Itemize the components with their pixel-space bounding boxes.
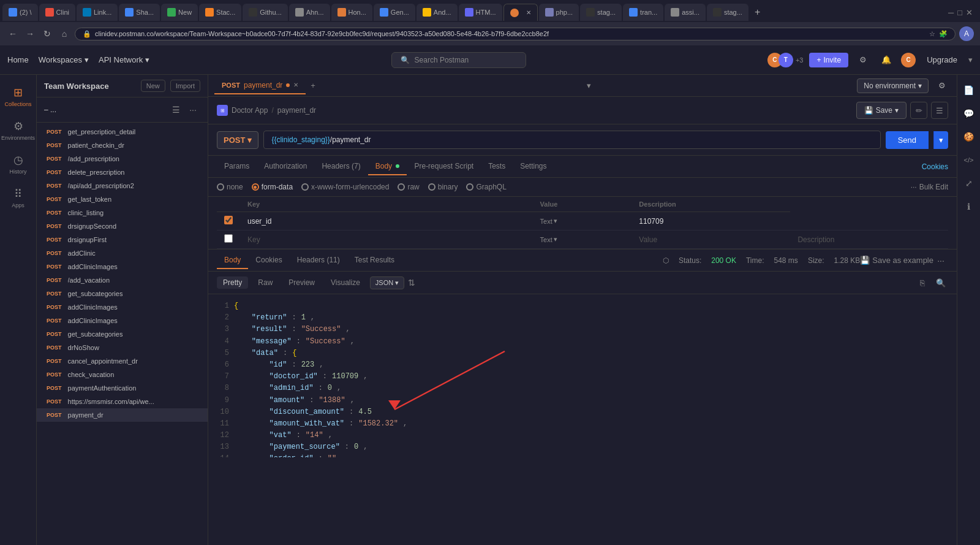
browser-tab-10[interactable]: Gen...	[374, 4, 415, 21]
row1-key-cell[interactable]: user_id	[240, 212, 533, 231]
extensions-icon[interactable]: 🧩	[939, 30, 948, 38]
browser-tab-14[interactable]: php...	[539, 4, 579, 21]
upgrade-chevron-icon[interactable]: ▾	[968, 55, 973, 64]
row1-value-cell[interactable]: 110709	[631, 212, 790, 231]
browser-tab-active[interactable]: ✕	[503, 4, 538, 21]
resp-tab-test-results[interactable]: Test Results	[347, 252, 402, 269]
edit-button[interactable]: ✏	[910, 102, 927, 119]
radio-form-data[interactable]: form-data	[252, 183, 293, 191]
filter-icon[interactable]: ⇅	[408, 278, 415, 288]
row1-checkbox-cell[interactable]	[217, 212, 240, 231]
save-button[interactable]: 💾 Save ▾	[856, 102, 907, 119]
browser-tab-1[interactable]: (2) \	[2, 4, 38, 21]
api-network-dropdown[interactable]: API Network ▾	[99, 55, 149, 64]
star-icon[interactable]: ☆	[929, 30, 935, 38]
list-item-clinic-images-1[interactable]: POST addClinicImages	[37, 260, 208, 273]
sidebar-item-history[interactable]: ◷ History	[3, 148, 34, 180]
method-selector[interactable]: POST ▾	[217, 131, 258, 149]
settings-button[interactable]: ⚙	[854, 51, 872, 69]
notifications-button[interactable]: 🔔	[878, 51, 895, 69]
fmt-tab-raw[interactable]: Raw	[252, 276, 279, 289]
row2-key-cell[interactable]: Key	[240, 231, 533, 249]
list-item-subcategories-2[interactable]: POST get_subcategories	[37, 327, 208, 341]
url-input[interactable]: {{clinido_staging}}/payment_dr	[263, 131, 880, 149]
maximize-btn[interactable]: □	[957, 8, 962, 17]
close-tab-icon[interactable]: ✕	[293, 82, 298, 88]
more-options-icon[interactable]: ···	[186, 102, 200, 117]
env-settings-icon[interactable]: ⚙	[933, 77, 951, 94]
back-button[interactable]: ←	[6, 27, 20, 40]
list-item-subcategories-1[interactable]: POST get_subcategories	[37, 287, 208, 300]
list-item-clinic-listing[interactable]: POST clinic_listing	[37, 206, 208, 219]
new-collection-button[interactable]: New	[141, 80, 165, 92]
list-item-add-clinic[interactable]: POST addClinic	[37, 246, 208, 260]
upgrade-button[interactable]: Upgrade	[922, 52, 962, 67]
radio-binary[interactable]: binary	[428, 183, 458, 191]
list-item-payment-auth[interactable]: POST paymentAuthentication	[37, 381, 208, 395]
list-item-patient-checkin[interactable]: POST patient_checkin_dr	[37, 139, 208, 152]
list-item-payment-dr[interactable]: POST payment_dr	[37, 408, 208, 422]
type-dropdown-1[interactable]: Text ▾	[540, 217, 625, 225]
radio-graphql[interactable]: GraphQL	[466, 183, 506, 191]
profile-btn[interactable]: A	[959, 26, 974, 41]
row2-value-cell[interactable]: Value	[631, 231, 790, 249]
list-item-cancel-appointment[interactable]: POST cancel_appointment_dr	[37, 354, 208, 368]
copy-response-button[interactable]: ⎘	[915, 275, 930, 290]
list-item-add-prescription[interactable]: POST /add_prescription	[37, 152, 208, 166]
browser-tab-9[interactable]: Hon...	[331, 4, 372, 21]
list-item-clinic-images-3[interactable]: POST addClinicImages	[37, 314, 208, 327]
send-dropdown-button[interactable]: ▾	[933, 131, 948, 149]
row2-checkbox-cell[interactable]	[217, 231, 240, 249]
home-button[interactable]: ⌂	[58, 27, 71, 40]
tab-tests[interactable]: Tests	[481, 158, 513, 175]
tab-pre-request[interactable]: Pre-request Script	[407, 158, 481, 175]
save-dropdown-icon[interactable]: ▾	[895, 106, 899, 115]
tab-settings[interactable]: Settings	[513, 158, 554, 175]
browser-tab-2[interactable]: Clini	[39, 4, 75, 21]
tab-headers[interactable]: Headers (7)	[314, 158, 368, 175]
rs-code-button[interactable]: </>	[960, 151, 978, 169]
reload-button[interactable]: ↻	[40, 27, 54, 40]
invite-button[interactable]: + Invite	[809, 53, 848, 67]
forward-button[interactable]: →	[23, 27, 37, 40]
browser-tab-15[interactable]: stag...	[580, 4, 622, 21]
workspaces-dropdown[interactable]: Workspaces ▾	[39, 55, 89, 64]
filter-icon[interactable]: ☰	[168, 102, 183, 117]
browser-tab-16[interactable]: tran...	[623, 4, 663, 21]
list-item-smsmisr[interactable]: POST https://smsmisr.com/api/we...	[37, 395, 208, 408]
list-item-drnoshow[interactable]: POST drNoShow	[37, 341, 208, 354]
list-item-check-vacation[interactable]: POST check_vacation	[37, 368, 208, 381]
resp-tab-body[interactable]: Body	[217, 252, 248, 269]
list-item-get-prescription[interactable]: POST get_prescription_detail	[37, 125, 208, 139]
request-tab-payment-dr[interactable]: POST payment_dr ✕	[214, 77, 306, 94]
row2-desc-cell[interactable]: Description	[790, 231, 948, 249]
list-item-add-prescription2[interactable]: POST /api/add_prescription2	[37, 179, 208, 192]
fmt-tab-visualize[interactable]: Visualize	[325, 276, 366, 289]
browser-tab-11[interactable]: And...	[417, 4, 458, 21]
rs-comment-button[interactable]: 💬	[960, 104, 978, 123]
add-tab-button[interactable]: +	[306, 78, 320, 93]
environment-selector[interactable]: No environment ▾	[857, 78, 929, 93]
close-icon-active[interactable]: ✕	[526, 9, 531, 16]
list-item-add-vacation[interactable]: POST /add_vacation	[37, 273, 208, 287]
browser-tab-5[interactable]: New	[161, 4, 198, 21]
tab-params[interactable]: Params	[217, 158, 257, 175]
minimize-btn[interactable]: ─	[948, 8, 954, 17]
radio-urlencoded[interactable]: x-www-form-urlencoded	[301, 183, 389, 191]
row1-checkbox[interactable]	[224, 216, 233, 224]
fmt-tab-pretty[interactable]: Pretty	[217, 276, 248, 289]
browser-tab-18[interactable]: stag...	[707, 4, 748, 21]
tab-body[interactable]: Body	[368, 158, 407, 175]
radio-raw[interactable]: raw	[398, 183, 419, 191]
fmt-tab-preview[interactable]: Preview	[282, 276, 321, 289]
sidebar-item-collections[interactable]: ⊞ Collections	[3, 81, 34, 112]
browser-tab-7[interactable]: Githu...	[243, 4, 287, 21]
radio-none[interactable]: none	[217, 183, 243, 191]
resp-tab-cookies[interactable]: Cookies	[248, 252, 289, 269]
sidebar-item-environments[interactable]: ⚙ Environments	[3, 115, 34, 146]
json-format-selector[interactable]: JSON ▾	[370, 276, 404, 289]
resp-tab-headers[interactable]: Headers (11)	[290, 252, 347, 269]
resp-more-options[interactable]: ···	[933, 253, 948, 268]
browser-tab-6[interactable]: Stac...	[199, 4, 241, 21]
browser-tab-17[interactable]: assi...	[665, 4, 706, 21]
